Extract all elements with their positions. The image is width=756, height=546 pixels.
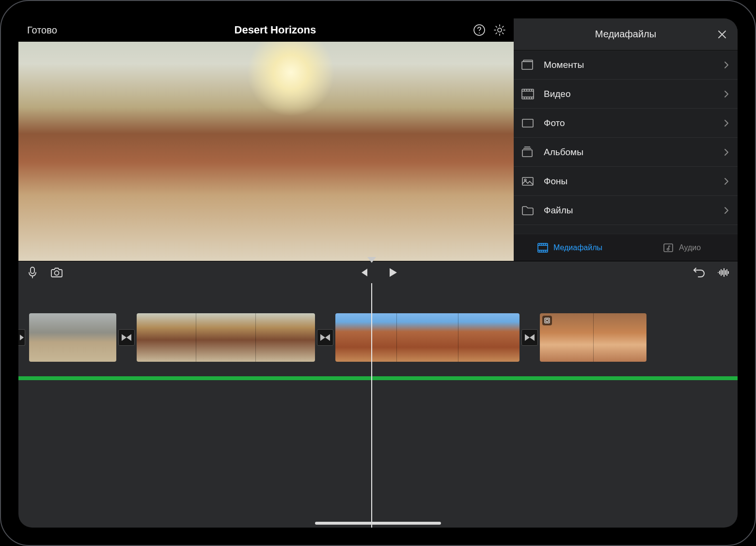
transition-button[interactable] [521,329,538,346]
viewer-pane: Готово Desert Horizons [18,18,514,261]
timeline-clip[interactable] [29,313,116,362]
media-panel-title: Медиафайлы [595,29,656,40]
svg-rect-15 [545,318,550,323]
audio-track[interactable] [18,376,738,380]
tab-audio-label: Аудио [679,243,701,252]
screen: Готово Desert Horizons [18,18,738,528]
settings-button[interactable] [491,22,508,38]
video-track [18,312,738,363]
chevron-right-icon [724,90,729,98]
svg-point-12 [667,248,669,250]
preview-viewer[interactable] [18,42,514,261]
svg-rect-3 [522,62,533,69]
svg-rect-8 [522,177,533,185]
moments-icon [520,58,536,72]
svg-rect-6 [522,119,533,127]
svg-rect-16 [546,320,549,322]
svg-rect-4 [523,60,533,62]
media-item-files[interactable]: Файлы [514,196,738,225]
chevron-right-icon [724,207,729,214]
media-browser-panel: Медиафайлы [514,18,738,261]
help-button[interactable] [471,22,488,38]
albums-icon [520,145,536,160]
media-item-label: Файлы [544,205,716,216]
media-item-albums[interactable]: Альбомы [514,138,738,167]
timeline[interactable] [18,283,738,528]
backgrounds-icon [520,174,536,189]
playhead-marker-icon [367,257,376,263]
svg-rect-7 [522,150,532,157]
audio-waveform-button[interactable] [716,265,731,280]
timeline-clip[interactable] [137,313,315,362]
transition-button[interactable] [118,329,135,346]
tab-media-label: Медиафайлы [553,243,602,252]
svg-point-14 [55,271,59,275]
svg-rect-13 [31,267,34,273]
clip-kenburns-badge [542,316,552,325]
svg-rect-10 [538,243,548,252]
skip-to-start-button[interactable] [356,265,370,280]
done-button[interactable]: Готово [24,23,60,38]
record-voiceover-button[interactable] [25,265,40,280]
timeline-clip[interactable] [335,313,520,362]
chevron-right-icon [724,119,729,127]
tab-media[interactable]: Медиафайлы [514,234,626,261]
timeline-clip[interactable] [540,313,646,362]
close-media-button[interactable] [713,26,731,43]
chevron-right-icon [724,61,729,69]
media-item-video[interactable]: Видео [514,80,738,109]
project-title: Desert Horizons [83,24,467,36]
chevron-right-icon [724,177,729,185]
media-item-photo[interactable]: Фото [514,109,738,138]
files-icon [520,203,536,218]
transition-button[interactable] [317,329,333,346]
home-indicator[interactable] [315,522,441,525]
media-item-label: Моменты [544,60,716,70]
svg-point-2 [498,28,502,32]
viewer-header: Готово Desert Horizons [18,18,514,42]
chevron-right-icon [724,148,729,156]
svg-point-9 [524,179,526,181]
media-item-label: Фоны [544,176,716,187]
ipad-frame: Готово Desert Horizons [0,0,756,546]
media-item-label: Фото [544,118,716,128]
camera-button[interactable] [49,265,64,280]
media-item-label: Альбомы [544,147,716,158]
photo-icon [520,116,536,130]
video-icon [520,87,536,101]
media-header: Медиафайлы [514,18,738,50]
playback-controls [356,265,400,280]
media-item-backgrounds[interactable]: Фоны [514,167,738,196]
media-list: Моменты Видео [514,50,738,234]
transition-edge-in[interactable] [18,329,25,346]
media-item-moments[interactable]: Моменты [514,50,738,80]
media-tabs: Медиафайлы Аудио [514,234,738,261]
play-button[interactable] [386,265,400,280]
undo-button[interactable] [692,265,707,280]
svg-point-1 [479,32,480,33]
top-area: Готово Desert Horizons [18,18,738,261]
playback-bar [18,261,738,283]
media-item-label: Видео [544,89,716,99]
timeline-playhead[interactable] [371,283,372,528]
tab-audio[interactable]: Аудио [626,234,738,261]
